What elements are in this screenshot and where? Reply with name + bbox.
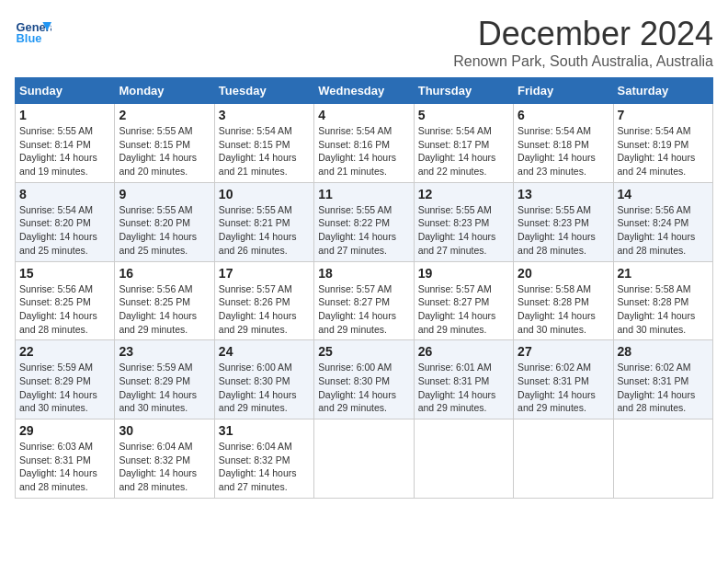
day-number: 15: [19, 266, 110, 281]
calendar-cell: 7Sunrise: 5:54 AM Sunset: 8:19 PM Daylig…: [613, 104, 712, 183]
cell-daylight-info: Sunrise: 5:55 AM Sunset: 8:21 PM Dayligh…: [219, 203, 310, 258]
calendar-cell: 15Sunrise: 5:56 AM Sunset: 8:25 PM Dayli…: [16, 261, 115, 340]
day-number: 8: [19, 187, 110, 201]
calendar-cell: 26Sunrise: 6:01 AM Sunset: 8:31 PM Dayli…: [414, 340, 513, 419]
calendar-cell: 16Sunrise: 5:56 AM Sunset: 8:25 PM Dayli…: [115, 261, 214, 340]
svg-text:Blue: Blue: [17, 31, 42, 45]
day-number: 2: [119, 108, 210, 122]
calendar-cell: 11Sunrise: 5:55 AM Sunset: 8:22 PM Dayli…: [314, 182, 414, 261]
calendar-cell: 2Sunrise: 5:55 AM Sunset: 8:15 PM Daylig…: [115, 104, 214, 183]
calendar-cell: 1Sunrise: 5:55 AM Sunset: 8:14 PM Daylig…: [16, 104, 115, 183]
page-header: General Blue December 2024 Renown Park, …: [15, 15, 713, 70]
logo: General Blue: [15, 15, 55, 52]
day-number: 29: [19, 423, 110, 438]
calendar-cell: 22Sunrise: 5:59 AM Sunset: 8:29 PM Dayli…: [16, 340, 115, 419]
day-number: 12: [418, 187, 509, 201]
cell-daylight-info: Sunrise: 5:54 AM Sunset: 8:17 PM Dayligh…: [418, 124, 509, 178]
calendar-cell: [514, 419, 613, 499]
cell-daylight-info: Sunrise: 5:56 AM Sunset: 8:25 PM Dayligh…: [19, 282, 110, 337]
calendar-cell: 18Sunrise: 5:57 AM Sunset: 8:27 PM Dayli…: [314, 261, 414, 340]
cell-daylight-info: Sunrise: 5:54 AM Sunset: 8:15 PM Dayligh…: [219, 124, 310, 178]
day-number: 23: [119, 344, 210, 359]
day-number: 3: [219, 108, 310, 122]
weekday-header-sunday: Sunday: [16, 78, 115, 104]
calendar-cell: 21Sunrise: 5:58 AM Sunset: 8:28 PM Dayli…: [613, 261, 712, 340]
day-number: 19: [418, 266, 509, 281]
cell-daylight-info: Sunrise: 5:56 AM Sunset: 8:24 PM Dayligh…: [618, 203, 709, 258]
day-number: 16: [119, 266, 210, 281]
weekday-header-friday: Friday: [514, 78, 613, 104]
day-number: 20: [518, 266, 609, 281]
cell-daylight-info: Sunrise: 5:55 AM Sunset: 8:14 PM Dayligh…: [19, 124, 110, 178]
day-number: 31: [219, 423, 310, 438]
calendar-cell: 30Sunrise: 6:04 AM Sunset: 8:32 PM Dayli…: [115, 419, 214, 499]
cell-daylight-info: Sunrise: 5:59 AM Sunset: 8:29 PM Dayligh…: [19, 361, 110, 415]
day-number: 22: [19, 344, 110, 359]
location: Renown Park, South Australia, Australia: [453, 53, 713, 70]
cell-daylight-info: Sunrise: 6:00 AM Sunset: 8:30 PM Dayligh…: [219, 361, 310, 415]
calendar-cell: 24Sunrise: 6:00 AM Sunset: 8:30 PM Dayli…: [214, 340, 313, 419]
day-number: 10: [219, 187, 310, 201]
cell-daylight-info: Sunrise: 5:58 AM Sunset: 8:28 PM Dayligh…: [618, 282, 709, 337]
cell-daylight-info: Sunrise: 5:55 AM Sunset: 8:23 PM Dayligh…: [418, 203, 509, 258]
calendar-cell: 27Sunrise: 6:02 AM Sunset: 8:31 PM Dayli…: [514, 340, 613, 419]
weekday-header-wednesday: Wednesday: [314, 78, 414, 104]
weekday-header-saturday: Saturday: [613, 78, 712, 104]
title-block: December 2024 Renown Park, South Austral…: [453, 15, 713, 70]
calendar-cell: 14Sunrise: 5:56 AM Sunset: 8:24 PM Dayli…: [613, 182, 712, 261]
day-number: 5: [418, 108, 509, 122]
cell-daylight-info: Sunrise: 5:54 AM Sunset: 8:16 PM Dayligh…: [318, 124, 409, 178]
calendar-cell: 6Sunrise: 5:54 AM Sunset: 8:18 PM Daylig…: [514, 104, 613, 183]
calendar-cell: [613, 419, 712, 499]
day-number: 4: [318, 108, 409, 122]
cell-daylight-info: Sunrise: 5:59 AM Sunset: 8:29 PM Dayligh…: [119, 361, 210, 415]
calendar-cell: 17Sunrise: 5:57 AM Sunset: 8:26 PM Dayli…: [214, 261, 313, 340]
cell-daylight-info: Sunrise: 5:56 AM Sunset: 8:25 PM Dayligh…: [119, 282, 210, 337]
cell-daylight-info: Sunrise: 5:55 AM Sunset: 8:22 PM Dayligh…: [318, 203, 409, 258]
weekday-header-monday: Monday: [115, 78, 214, 104]
cell-daylight-info: Sunrise: 6:04 AM Sunset: 8:32 PM Dayligh…: [219, 440, 310, 494]
day-number: 9: [119, 187, 210, 201]
cell-daylight-info: Sunrise: 5:54 AM Sunset: 8:19 PM Dayligh…: [618, 124, 709, 178]
weekday-header-thursday: Thursday: [414, 78, 513, 104]
cell-daylight-info: Sunrise: 6:02 AM Sunset: 8:31 PM Dayligh…: [618, 361, 709, 415]
cell-daylight-info: Sunrise: 5:54 AM Sunset: 8:18 PM Dayligh…: [518, 124, 609, 178]
calendar-cell: 9Sunrise: 5:55 AM Sunset: 8:20 PM Daylig…: [115, 182, 214, 261]
day-number: 18: [318, 266, 409, 281]
cell-daylight-info: Sunrise: 5:54 AM Sunset: 8:20 PM Dayligh…: [19, 203, 110, 258]
calendar-cell: 19Sunrise: 5:57 AM Sunset: 8:27 PM Dayli…: [414, 261, 513, 340]
calendar-table: SundayMondayTuesdayWednesdayThursdayFrid…: [15, 77, 713, 499]
cell-daylight-info: Sunrise: 5:55 AM Sunset: 8:23 PM Dayligh…: [518, 203, 609, 258]
day-number: 17: [219, 266, 310, 281]
cell-daylight-info: Sunrise: 5:57 AM Sunset: 8:27 PM Dayligh…: [418, 282, 509, 337]
month-title: December 2024: [453, 15, 713, 53]
day-number: 1: [19, 108, 110, 122]
cell-daylight-info: Sunrise: 5:58 AM Sunset: 8:28 PM Dayligh…: [518, 282, 609, 337]
calendar-cell: 10Sunrise: 5:55 AM Sunset: 8:21 PM Dayli…: [214, 182, 313, 261]
cell-daylight-info: Sunrise: 6:03 AM Sunset: 8:31 PM Dayligh…: [19, 440, 110, 494]
calendar-cell: 20Sunrise: 5:58 AM Sunset: 8:28 PM Dayli…: [514, 261, 613, 340]
calendar-cell: 5Sunrise: 5:54 AM Sunset: 8:17 PM Daylig…: [414, 104, 513, 183]
day-number: 30: [119, 423, 210, 438]
calendar-cell: 23Sunrise: 5:59 AM Sunset: 8:29 PM Dayli…: [115, 340, 214, 419]
day-number: 7: [618, 108, 709, 122]
day-number: 14: [618, 187, 709, 201]
day-number: 26: [418, 344, 509, 359]
day-number: 6: [518, 108, 609, 122]
day-number: 27: [518, 344, 609, 359]
calendar-cell: [414, 419, 513, 499]
weekday-header-tuesday: Tuesday: [214, 78, 313, 104]
cell-daylight-info: Sunrise: 5:55 AM Sunset: 8:20 PM Dayligh…: [119, 203, 210, 258]
calendar-cell: [314, 419, 414, 499]
calendar-cell: 12Sunrise: 5:55 AM Sunset: 8:23 PM Dayli…: [414, 182, 513, 261]
calendar-cell: 28Sunrise: 6:02 AM Sunset: 8:31 PM Dayli…: [613, 340, 712, 419]
calendar-cell: 3Sunrise: 5:54 AM Sunset: 8:15 PM Daylig…: [214, 104, 313, 183]
calendar-cell: 31Sunrise: 6:04 AM Sunset: 8:32 PM Dayli…: [214, 419, 313, 499]
cell-daylight-info: Sunrise: 6:01 AM Sunset: 8:31 PM Dayligh…: [418, 361, 509, 415]
day-number: 25: [318, 344, 409, 359]
calendar-cell: 25Sunrise: 6:00 AM Sunset: 8:30 PM Dayli…: [314, 340, 414, 419]
cell-daylight-info: Sunrise: 6:02 AM Sunset: 8:31 PM Dayligh…: [518, 361, 609, 415]
day-number: 13: [518, 187, 609, 201]
day-number: 11: [318, 187, 409, 201]
calendar-cell: 8Sunrise: 5:54 AM Sunset: 8:20 PM Daylig…: [16, 182, 115, 261]
